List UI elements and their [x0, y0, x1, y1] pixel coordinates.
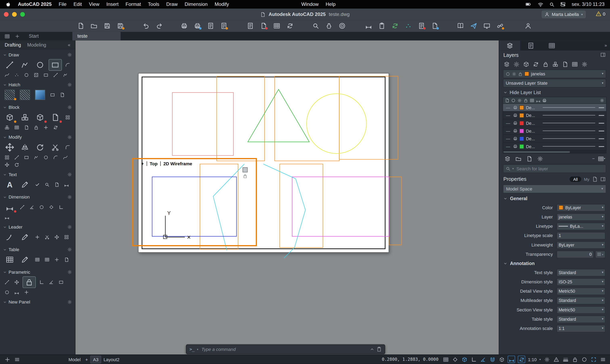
rectangle-small-tool[interactable]	[42, 72, 50, 78]
line-tool[interactable]	[3, 59, 16, 71]
vertical-constraint-tool[interactable]	[38, 279, 46, 286]
menu-file[interactable]: File	[59, 2, 67, 7]
filter-all-button[interactable]: All	[570, 176, 581, 182]
yellow-circle[interactable]	[307, 94, 366, 154]
fillet-tool[interactable]	[64, 144, 72, 151]
multileader-style-dropdown[interactable]: Standard ▾	[557, 297, 605, 304]
layer-color-swatch[interactable]	[519, 128, 524, 133]
save-button[interactable]	[103, 21, 111, 30]
page-setup-button[interactable]	[206, 21, 215, 30]
section-block[interactable]: Block	[0, 104, 75, 111]
linetype-scale-field[interactable]	[557, 232, 605, 239]
transparency-input[interactable]	[558, 252, 592, 257]
gradient-hatch-tool[interactable]	[33, 89, 47, 101]
panel-menu-button[interactable]	[14, 356, 20, 363]
tab-start[interactable]: Start	[29, 33, 39, 39]
multileader-tool[interactable]	[3, 231, 16, 243]
red-rectangle[interactable]	[172, 92, 233, 156]
tab-drafting[interactable]: Drafting	[5, 42, 21, 48]
battery-icon[interactable]	[525, 2, 532, 7]
edit-leader-tool[interactable]	[18, 231, 32, 243]
hatch-pattern-tool[interactable]	[3, 89, 16, 101]
layer-row[interactable]: — De...	[503, 142, 606, 150]
palette-tab-table[interactable]	[541, 40, 562, 51]
filter-my-button[interactable]: My	[584, 177, 589, 182]
angular-dim-tool[interactable]	[28, 204, 36, 211]
command-input[interactable]	[201, 347, 368, 352]
gear-icon[interactable]	[67, 172, 72, 177]
lineweight-dropdown[interactable]: ByLayer ▾	[557, 241, 605, 249]
manage-attributes-tool[interactable]	[3, 124, 11, 130]
dock-panel-icon[interactable]	[600, 176, 606, 182]
text-style-dropdown[interactable]: Standard ▾	[557, 269, 605, 276]
transparency-field[interactable]	[557, 250, 594, 258]
magenta-rectangle[interactable]	[292, 177, 389, 236]
mline-tool[interactable]	[62, 72, 69, 78]
palette-tab-properties[interactable]	[520, 40, 541, 51]
isodraft-button[interactable]	[499, 356, 505, 363]
layout2-tab[interactable]: Layout2	[101, 356, 122, 363]
layer-name[interactable]: De...	[526, 121, 539, 125]
customize-button[interactable]	[599, 356, 606, 363]
block-lock-tool[interactable]	[32, 124, 40, 130]
layer-row[interactable]: — De...	[503, 127, 606, 135]
green-triangle[interactable]	[248, 90, 309, 142]
gear-icon[interactable]	[67, 135, 72, 140]
new-property-filter-button[interactable]	[503, 155, 512, 163]
layer-color-swatch[interactable]	[519, 113, 524, 117]
space-selector[interactable]: Model Space ▾	[503, 185, 606, 193]
layer-search-input[interactable]	[515, 166, 603, 171]
quick-select-icon[interactable]	[592, 176, 597, 182]
linetype-scale-input[interactable]	[558, 233, 603, 238]
plot-button[interactable]	[180, 21, 188, 30]
viewport-scale-control[interactable]: 1:10	[528, 357, 537, 362]
detail-view-style-dropdown[interactable]: Metric50 ▾	[557, 287, 605, 295]
export-layout-button[interactable]	[417, 21, 425, 30]
layer-filter-button[interactable]	[503, 60, 511, 68]
new-group-filter-button[interactable]	[514, 155, 523, 163]
general-section-header[interactable]: General	[499, 194, 610, 203]
section-parametric[interactable]: Parametric	[0, 268, 75, 276]
sync-settings-button[interactable]	[391, 21, 399, 30]
edit-block-tool[interactable]	[33, 111, 47, 123]
menu-clock[interactable]: sex. 3/10 11:23	[572, 2, 605, 7]
fix-constraint-tool[interactable]	[23, 276, 36, 288]
gear-icon[interactable]	[67, 225, 72, 229]
table-export-tool[interactable]	[63, 256, 70, 263]
isolate-objects-button[interactable]	[581, 356, 587, 363]
section-modify[interactable]: Modify	[0, 133, 75, 141]
menu-edit[interactable]: Edit	[73, 2, 82, 7]
open-drawing-button[interactable]	[90, 21, 98, 30]
gear-icon[interactable]	[67, 270, 72, 274]
text-scale-tool[interactable]	[63, 182, 70, 188]
snap-mode-button[interactable]	[452, 356, 458, 363]
layer-walk-button[interactable]	[571, 60, 579, 68]
paste-button[interactable]	[378, 21, 386, 30]
import-button[interactable]	[272, 21, 281, 30]
insert-block-tool[interactable]	[3, 111, 16, 123]
add-panel-button[interactable]	[4, 356, 11, 363]
scale-tool[interactable]	[23, 154, 30, 161]
gear-icon[interactable]	[67, 300, 72, 304]
add-leader-tool[interactable]	[33, 234, 41, 240]
data-link-button[interactable]	[430, 21, 439, 30]
menu-view[interactable]: View	[89, 2, 99, 7]
block-doc-tool[interactable]	[23, 124, 30, 130]
viewport-view-control[interactable]: Top	[150, 161, 158, 166]
user-docs-button[interactable]	[524, 21, 532, 30]
window-frame-rect[interactable]	[339, 76, 398, 159]
spell-check-tool[interactable]	[33, 182, 41, 188]
block-add-tool[interactable]	[42, 124, 50, 130]
arc-tool[interactable]	[64, 62, 72, 68]
edit-table-tool[interactable]	[18, 254, 32, 265]
array-tool[interactable]	[3, 154, 11, 161]
annotation-section-header[interactable]: Annotation	[499, 259, 610, 268]
angle-constraint-tool[interactable]	[47, 279, 55, 286]
layout-a3-tab[interactable]: A3	[90, 355, 101, 364]
tab-teste[interactable]: teste	[72, 32, 121, 40]
layer-options-button[interactable]	[536, 155, 544, 163]
delete-layer-button[interactable]	[561, 60, 569, 68]
text-style-tool[interactable]	[53, 182, 61, 188]
selected-viewport-border[interactable]	[133, 159, 256, 246]
status-column-icon[interactable]	[505, 98, 509, 102]
